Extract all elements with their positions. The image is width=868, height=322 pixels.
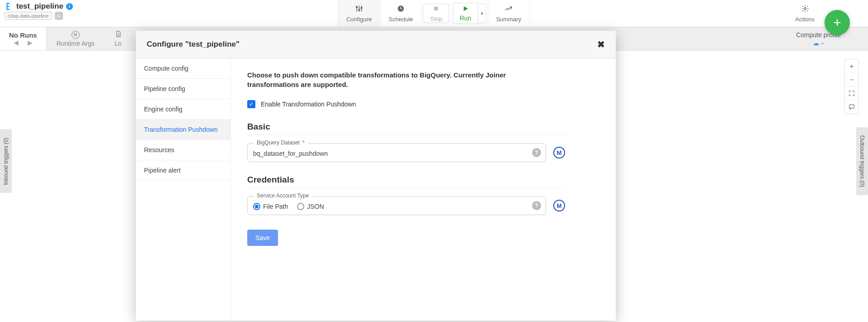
save-button[interactable]: Save <box>247 230 278 246</box>
modal-sidebar: Compute config Pipeline config Engine co… <box>136 58 231 321</box>
cloud-icon: ☁ – <box>813 39 825 47</box>
modal-close-button[interactable]: ✖ <box>597 39 605 50</box>
radio-file-path[interactable] <box>253 203 260 210</box>
enable-pushdown-checkbox[interactable]: ✓ <box>247 100 255 108</box>
modal-header: Configure "test_pipeline" ✖ <box>136 31 616 58</box>
section-credentials-title: Credentials <box>247 175 564 188</box>
clock-icon <box>397 5 405 15</box>
summary-label: Summary <box>496 16 522 23</box>
sidebar-item-transformation-pushdown[interactable]: Transformation Pushdown <box>136 120 230 140</box>
modal-content: Choose to push down compatible transform… <box>231 58 616 321</box>
runtime-args-label: Runtime Args <box>57 40 95 47</box>
outbound-triggers-tab[interactable]: Outbound triggers (0) <box>856 127 868 195</box>
sa-type-file-path-option[interactable]: File Path <box>253 203 288 210</box>
sidebar-item-compute-config[interactable]: Compute config <box>136 58 230 79</box>
pipeline-type-badge[interactable]: cdap-data-pipeline <box>5 12 52 20</box>
enable-pushdown-label: Enable Transformation Pushdown <box>261 101 356 108</box>
schedule-label: Schedule <box>388 16 413 23</box>
bq-dataset-row: BigQuery Dataset * ? M <box>247 143 599 162</box>
stop-icon <box>433 5 440 14</box>
zoom-in-button[interactable]: + <box>845 59 858 73</box>
required-asterisk: * <box>302 139 305 146</box>
bq-dataset-label-text: BigQuery Dataset <box>257 139 300 146</box>
top-toolbar: test_pipeline i cdap-data-pipeline + Con… <box>0 0 868 27</box>
pushdown-description: Choose to push down compatible transform… <box>247 70 537 89</box>
help-icon[interactable]: ? <box>532 148 541 157</box>
summary-button[interactable]: Summary <box>488 0 530 27</box>
configure-button[interactable]: Configure <box>338 0 380 27</box>
bq-dataset-input[interactable] <box>253 150 540 157</box>
document-icon <box>115 30 122 39</box>
stop-label: Stop <box>430 15 442 22</box>
run-button-group: Run ▾ <box>453 4 486 23</box>
svg-point-9 <box>804 7 806 10</box>
svg-rect-12 <box>849 105 854 108</box>
runs-title: No Runs <box>9 31 37 39</box>
inbound-triggers-tab[interactable]: Inbound triggers (0) <box>0 129 12 193</box>
zoom-out-button[interactable]: − <box>845 73 858 87</box>
bq-dataset-label: BigQuery Dataset * <box>254 139 307 146</box>
sidebar-item-engine-config[interactable]: Engine config <box>136 99 230 120</box>
play-icon <box>462 5 469 14</box>
runtime-args-button[interactable]: M Runtime Args <box>47 27 105 50</box>
actions-label: Actions <box>795 16 815 23</box>
sa-type-json-option[interactable]: JSON <box>297 203 324 210</box>
sa-type-field: Service Account Type File Path JSON ? <box>247 196 546 215</box>
modal-body: Compute config Pipeline config Engine co… <box>136 58 616 321</box>
schedule-button[interactable]: Schedule <box>380 0 422 27</box>
sidebar-item-pipeline-alert[interactable]: Pipeline alert <box>136 160 230 181</box>
logs-button[interactable]: Lo <box>105 27 132 50</box>
pipeline-type-row: cdap-data-pipeline + <box>5 12 73 20</box>
svg-point-4 <box>358 9 360 10</box>
sa-type-label: Service Account Type <box>254 192 312 199</box>
pipeline-info: test_pipeline i cdap-data-pipeline + <box>0 0 77 27</box>
svg-marker-8 <box>464 6 468 11</box>
app-logo-icon <box>5 2 14 11</box>
svg-point-5 <box>361 7 362 9</box>
prev-run-button[interactable]: ◀ <box>14 39 19 46</box>
run-label: Run <box>460 14 471 22</box>
sa-type-radio-group: File Path JSON <box>253 203 540 210</box>
sidebar-item-resources[interactable]: Resources <box>136 140 230 160</box>
pipeline-title-row: test_pipeline i <box>5 2 73 11</box>
add-fab-button[interactable]: + <box>825 10 850 35</box>
run-dropdown-button[interactable]: ▾ <box>478 4 486 23</box>
add-tag-button[interactable]: + <box>55 12 63 20</box>
fit-screen-button[interactable] <box>845 87 858 100</box>
actions-button[interactable]: Actions <box>787 5 823 23</box>
info-icon[interactable]: i <box>66 3 73 10</box>
comment-button[interactable] <box>845 100 858 114</box>
sa-type-row: Service Account Type File Path JSON ? M <box>247 196 599 215</box>
chart-icon <box>505 5 513 15</box>
stop-button[interactable]: Stop <box>423 4 449 23</box>
configure-modal: Configure "test_pipeline" ✖ Compute conf… <box>136 31 616 321</box>
enable-pushdown-row: ✓ Enable Transformation Pushdown <box>247 100 599 108</box>
logs-label: Lo <box>115 40 122 47</box>
pipeline-name: test_pipeline <box>16 2 63 11</box>
radio-json[interactable] <box>297 203 304 210</box>
macro-badge[interactable]: M <box>553 147 565 159</box>
gear-icon <box>801 5 809 15</box>
svg-rect-7 <box>435 7 438 10</box>
sidebar-item-pipeline-config[interactable]: Pipeline config <box>136 79 230 99</box>
macro-m-icon: M <box>72 31 80 39</box>
configure-label: Configure <box>346 16 372 23</box>
help-icon[interactable]: ? <box>532 201 541 210</box>
next-run-button[interactable]: ▶ <box>28 39 33 46</box>
runs-block: No Runs ◀ ▶ <box>0 27 47 50</box>
runs-nav: ◀ ▶ <box>14 39 33 46</box>
macro-badge[interactable]: M <box>553 200 565 211</box>
zoom-controls: + − <box>844 59 859 114</box>
run-button[interactable]: Run <box>453 3 478 24</box>
section-basic-title: Basic <box>247 122 564 135</box>
svg-point-3 <box>356 6 357 8</box>
toolbar-center: Configure Schedule Stop Run ▾ <box>338 0 530 27</box>
sliders-icon <box>355 5 363 15</box>
modal-title: Configure "test_pipeline" <box>147 40 240 49</box>
bq-dataset-field[interactable]: BigQuery Dataset * ? <box>247 143 546 162</box>
radio-file-path-label: File Path <box>263 203 288 210</box>
radio-json-label: JSON <box>307 203 324 210</box>
